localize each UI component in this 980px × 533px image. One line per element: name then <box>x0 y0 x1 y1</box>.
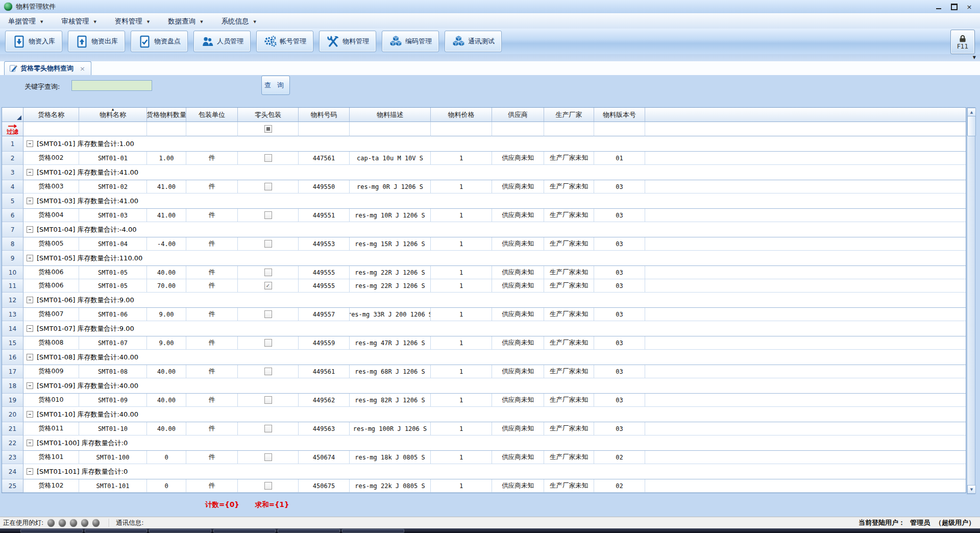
cell-desc[interactable]: res-mg 68R J 1206 S <box>350 365 431 378</box>
cell-supplier[interactable]: 供应商未知 <box>492 365 544 378</box>
column-header-supplier[interactable]: 供应商 <box>492 108 544 122</box>
odd-filter-checkbox[interactable] <box>264 125 272 133</box>
cell-unit[interactable]: 件 <box>186 422 238 435</box>
row-number[interactable]: 16 <box>2 350 23 365</box>
cell-price[interactable]: 1 <box>431 279 492 293</box>
cell-code[interactable]: 449563 <box>299 422 350 435</box>
column-header-material[interactable]: 物料名称▲ <box>79 108 147 122</box>
toolbar-button-material-manage[interactable]: 物料管理 <box>319 31 376 52</box>
scroll-up-icon[interactable]: ▲ <box>967 108 976 116</box>
cell-price[interactable]: 1 <box>431 451 492 464</box>
cell-supplier[interactable]: 供应商未知 <box>492 422 544 435</box>
group-cell[interactable]: [SMT01-10] 库存数量合计:40.00 <box>23 407 966 422</box>
cell-rack[interactable]: 货格006 <box>23 279 79 293</box>
cell-qty[interactable]: 40.00 <box>147 365 186 378</box>
filter-cell-odd[interactable] <box>238 122 299 136</box>
cell-price[interactable]: 1 <box>431 152 492 165</box>
cell-price[interactable]: 1 <box>431 266 492 279</box>
query-button[interactable]: 查 询 <box>261 76 290 95</box>
lock-f11-button[interactable]: F11 <box>950 30 975 54</box>
cell-manufacturer[interactable]: 生产厂家未知 <box>544 451 594 464</box>
cell-odd[interactable] <box>238 237 299 251</box>
cell-odd[interactable] <box>238 266 299 279</box>
row-number[interactable]: 2 <box>2 152 23 165</box>
cell-supplier[interactable]: 供应商未知 <box>492 237 544 251</box>
cell-qty[interactable]: 40.00 <box>147 422 186 435</box>
cell-version[interactable]: 03 <box>594 180 645 193</box>
menu-item-data-query[interactable]: 数据查询▼ <box>165 15 206 28</box>
group-cell[interactable]: [SMT01-01] 库存数量合计:1.00 <box>23 136 966 152</box>
cell-qty[interactable]: 0 <box>147 479 186 493</box>
cell-material[interactable]: SMT01-05 <box>79 266 147 279</box>
row-number[interactable]: 21 <box>2 422 23 435</box>
cell-material[interactable]: SMT01-09 <box>79 394 147 407</box>
scrollbar-thumb[interactable] <box>967 116 976 136</box>
cell-code[interactable]: 450674 <box>299 451 350 464</box>
cell-material[interactable]: SMT01-07 <box>79 336 147 350</box>
odd-package-checkbox[interactable] <box>264 269 272 276</box>
grid-corner-cell[interactable] <box>2 108 23 122</box>
cell-version[interactable]: 02 <box>594 451 645 464</box>
cell-manufacturer[interactable]: 生产厂家未知 <box>544 279 594 293</box>
group-cell[interactable]: [SMT01-07] 库存数量合计:9.00 <box>23 321 966 336</box>
cell-unit[interactable]: 件 <box>186 180 238 193</box>
cell-desc[interactable]: res-mg 22R J 1206 S <box>350 266 431 279</box>
cell-unit[interactable]: 件 <box>186 152 238 165</box>
cell-code[interactable]: 449559 <box>299 336 350 350</box>
row-number[interactable]: 8 <box>2 237 23 251</box>
cell-price[interactable]: 1 <box>431 422 492 435</box>
vertical-scrollbar[interactable]: ▲ ▼ <box>967 107 975 494</box>
cell-odd[interactable] <box>238 180 299 193</box>
cell-desc[interactable]: res-mg 33R J 200 1206 S <box>350 308 431 321</box>
cell-price[interactable]: 1 <box>431 180 492 193</box>
maximize-button[interactable] <box>946 2 962 12</box>
cell-desc[interactable]: res-mg 22k J 0805 S <box>350 479 431 493</box>
column-header-code[interactable]: 物料号码 <box>299 108 350 122</box>
cell-manufacturer[interactable]: 生产厂家未知 <box>544 394 594 407</box>
cell-rack[interactable]: 货格004 <box>23 209 79 222</box>
collapse-icon[interactable] <box>27 140 33 147</box>
cell-material[interactable]: SMT01-101 <box>79 479 147 493</box>
cell-material[interactable]: SMT01-08 <box>79 365 147 378</box>
toolbar-button-material-out[interactable]: 物资出库 <box>68 31 125 52</box>
filter-cell-supplier[interactable] <box>492 122 544 136</box>
row-number[interactable]: 5 <box>2 193 23 209</box>
odd-package-checkbox[interactable] <box>264 425 272 432</box>
cell-desc[interactable]: res-mg 18k J 0805 S <box>350 451 431 464</box>
cell-odd[interactable] <box>238 365 299 378</box>
row-number[interactable]: 4 <box>2 180 23 193</box>
odd-package-checkbox[interactable] <box>264 183 272 190</box>
group-cell[interactable]: [SMT01-03] 库存数量合计:41.00 <box>23 193 966 209</box>
cell-desc[interactable]: res-mg 82R J 1206 S <box>350 394 431 407</box>
row-number[interactable]: 24 <box>2 464 23 479</box>
column-header-odd[interactable]: 零头包装 <box>238 108 299 122</box>
column-header-version[interactable]: 物料版本号 <box>594 108 645 122</box>
filter-cell-rack[interactable] <box>23 122 79 136</box>
row-number[interactable]: 14 <box>2 321 23 336</box>
cell-supplier[interactable]: 供应商未知 <box>492 479 544 493</box>
cell-qty[interactable]: 1.00 <box>147 152 186 165</box>
cell-desc[interactable]: res-mg 100R J 1206 S <box>350 422 431 435</box>
cell-version[interactable]: 03 <box>594 336 645 350</box>
cell-rack[interactable]: 货格002 <box>23 152 79 165</box>
cell-qty[interactable]: 41.00 <box>147 180 186 193</box>
cell-price[interactable]: 1 <box>431 209 492 222</box>
cell-qty[interactable]: 40.00 <box>147 394 186 407</box>
cell-odd[interactable] <box>238 451 299 464</box>
cell-code[interactable]: 449553 <box>299 237 350 251</box>
column-header-unit[interactable]: 包装单位 <box>186 108 238 122</box>
cell-supplier[interactable]: 供应商未知 <box>492 279 544 293</box>
cell-version[interactable]: 03 <box>594 422 645 435</box>
cell-unit[interactable]: 件 <box>186 451 238 464</box>
group-cell[interactable]: [SMT01-100] 库存数量合计:0 <box>23 435 966 451</box>
minimize-button[interactable] <box>931 2 946 12</box>
column-header-manufacturer[interactable]: 生产厂家 <box>544 108 594 122</box>
cell-supplier[interactable]: 供应商未知 <box>492 209 544 222</box>
cell-material[interactable]: SMT01-05 <box>79 279 147 293</box>
tab-close-icon[interactable]: × <box>79 65 86 72</box>
cell-unit[interactable]: 件 <box>186 279 238 293</box>
cell-qty[interactable]: 0 <box>147 451 186 464</box>
cell-manufacturer[interactable]: 生产厂家未知 <box>544 308 594 321</box>
row-number[interactable]: 6 <box>2 209 23 222</box>
column-header-desc[interactable]: 物料描述 <box>350 108 431 122</box>
